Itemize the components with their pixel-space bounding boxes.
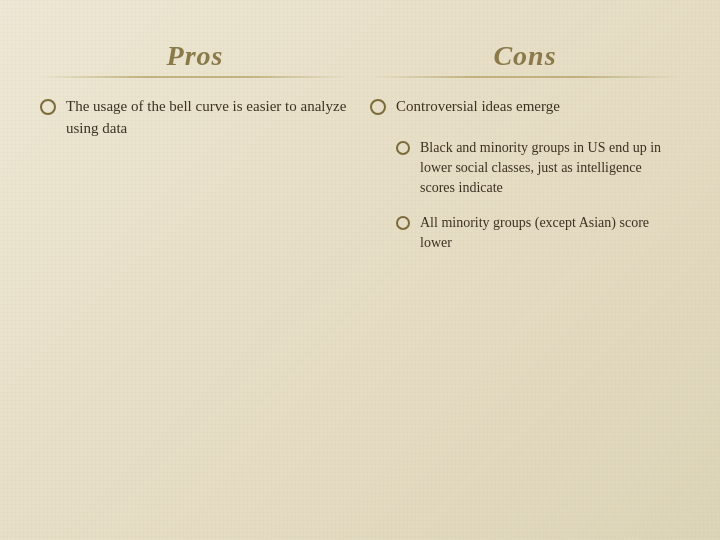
cons-sub-item-2: All minority groups (except Asian) score… bbox=[396, 213, 680, 254]
pros-list: The usage of the bell curve is easier to… bbox=[40, 96, 350, 140]
pros-title: Pros bbox=[167, 40, 224, 72]
pros-column: Pros The usage of the bell curve is easi… bbox=[40, 40, 350, 500]
slide: Pros The usage of the bell curve is easi… bbox=[0, 0, 720, 540]
cons-item-1-text: Controversial ideas emerge bbox=[396, 96, 560, 118]
cons-sub-item-2-text: All minority groups (except Asian) score… bbox=[420, 213, 680, 254]
pros-header: Pros bbox=[40, 40, 350, 78]
cons-title: Cons bbox=[493, 40, 556, 72]
cons-sub-bullet-1 bbox=[396, 141, 410, 155]
cons-top-row: Controversial ideas emerge bbox=[370, 96, 560, 118]
cons-divider bbox=[370, 76, 680, 78]
cons-item-1: Controversial ideas emerge Black and min… bbox=[370, 96, 680, 253]
cons-list: Controversial ideas emerge Black and min… bbox=[370, 96, 680, 253]
cons-sub-list: Black and minority groups in US end up i… bbox=[370, 138, 680, 253]
pros-bullet-1 bbox=[40, 99, 56, 115]
cons-bullet-1 bbox=[370, 99, 386, 115]
pros-item-1: The usage of the bell curve is easier to… bbox=[40, 96, 350, 140]
cons-sub-item-1: Black and minority groups in US end up i… bbox=[396, 138, 680, 199]
columns-container: Pros The usage of the bell curve is easi… bbox=[40, 40, 680, 500]
cons-sub-item-1-text: Black and minority groups in US end up i… bbox=[420, 138, 680, 199]
cons-header: Cons bbox=[370, 40, 680, 78]
pros-divider bbox=[40, 76, 350, 78]
pros-item-1-text: The usage of the bell curve is easier to… bbox=[66, 96, 350, 140]
cons-column: Cons Controversial ideas emerge Black an… bbox=[370, 40, 680, 500]
cons-sub-bullet-2 bbox=[396, 216, 410, 230]
